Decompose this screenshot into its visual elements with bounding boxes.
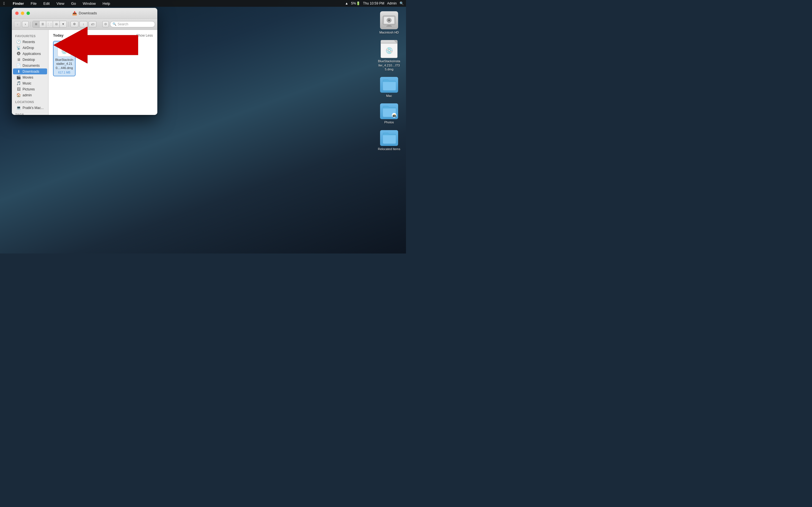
search-icon: 🔍 <box>112 22 116 26</box>
edit-menu[interactable]: Edit <box>42 1 51 6</box>
gallery-view-button[interactable]: ⊟ <box>53 21 60 27</box>
applications-label: Applications <box>22 52 41 56</box>
sidebar-item-applications[interactable]: 🅐 Applications <box>13 51 47 57</box>
sidebar-item-movies[interactable]: 🎬 Movies <box>13 74 47 80</box>
dmg-file-icon-inner: 💿 <box>58 43 71 56</box>
desktop-label: Desktop <box>22 58 35 62</box>
toolbar-separator-1 <box>31 22 31 27</box>
applications-icon: 🅐 <box>16 52 21 56</box>
sidebar-item-pratiks-mac[interactable]: 💻 Pratik's Mac... <box>13 105 47 111</box>
wifi-icon: ▲ <box>345 1 348 5</box>
column-view-button[interactable]: ⋮⋮ <box>46 21 53 27</box>
music-label: Music <box>22 81 31 86</box>
file-menu[interactable]: File <box>30 1 38 6</box>
photos-folder-label: Photos <box>384 120 394 124</box>
menubar-right: ▲ 5%🔋 Thu 10:59 PM Admin 🔍 <box>345 1 404 5</box>
pictures-icon: 🖼 <box>16 87 21 91</box>
apple-menu[interactable]:  <box>2 1 6 6</box>
user-avatar: Admin <box>387 1 397 5</box>
today-section-header: Today Show Less <box>53 33 153 38</box>
titlebar: 📥 Downloads <box>12 8 157 18</box>
admin-icon: 🏠 <box>16 93 21 97</box>
computer-icon: 💻 <box>16 106 21 110</box>
pictures-label: Pictures <box>22 87 35 91</box>
help-menu[interactable]: Help <box>101 1 111 6</box>
back-button[interactable]: ‹ <box>14 21 21 27</box>
dmg-icon: 💿 <box>380 40 398 58</box>
movies-label: Movies <box>22 75 33 79</box>
favourites-header: Favourites <box>12 32 48 39</box>
sidebar-item-pictures[interactable]: 🖼 Pictures <box>13 86 47 92</box>
recents-label: Recents <box>22 40 35 44</box>
bluestacks-file-icon: 💿 <box>57 43 71 57</box>
macintosh-hd-icon <box>380 11 398 29</box>
title-folder-icon: 📥 <box>72 11 77 15</box>
battery-icon: 5%🔋 <box>351 1 360 5</box>
svg-rect-4 <box>388 25 391 26</box>
sidebar-item-recents[interactable]: 🕐 Recents <box>13 39 47 45</box>
window-menu[interactable]: Window <box>82 1 97 6</box>
file-icon-top <box>58 43 71 46</box>
app-name-menu[interactable]: Finder <box>11 1 25 6</box>
movies-icon: 🎬 <box>16 75 21 79</box>
files-grid: 💿 BlueStacksInstaller_4.210....446.dmg 6… <box>53 41 153 76</box>
menubar-left:  Finder File Edit View Go Window Help <box>2 1 111 6</box>
close-button[interactable] <box>15 11 18 15</box>
downloads-label: Downloads <box>22 69 39 73</box>
desktop-icon-sidebar: 🖥 <box>16 57 21 62</box>
view-group: ⊞ ☰ ⋮⋮ ⊟ ▼ <box>33 21 67 27</box>
mac-folder-icon <box>380 77 398 93</box>
action-button[interactable]: ⚙ <box>70 21 79 27</box>
desktop-icon-relocated[interactable]: Relocated Items <box>378 130 400 151</box>
search-box[interactable]: 🔍 Search <box>110 21 155 27</box>
admin-label: admin <box>22 93 32 97</box>
maximize-button[interactable] <box>27 11 30 15</box>
icon-view-button[interactable]: ⊞ <box>33 21 40 27</box>
share-button[interactable]: ↑ <box>80 21 87 27</box>
desktop-icon-mac-folder[interactable]: Mac <box>378 77 400 98</box>
svg-rect-5 <box>386 26 392 26</box>
locations-header: Locations <box>12 98 48 105</box>
desktop-icon-photos[interactable]: 📸 Photos <box>378 103 400 124</box>
go-menu[interactable]: Go <box>70 1 77 6</box>
show-less-button[interactable]: Show Less <box>136 34 153 38</box>
path-button[interactable]: ⊙ <box>102 21 109 27</box>
clock: Thu 10:59 PM <box>363 1 384 5</box>
sidebar-item-music[interactable]: 🎵 Music <box>13 80 47 86</box>
window-title: Downloads <box>79 11 97 15</box>
sidebar-item-documents[interactable]: 📄 Documents <box>13 62 47 68</box>
relocated-folder-icon <box>380 130 398 146</box>
recents-icon: 🕐 <box>16 40 21 44</box>
view-menu[interactable]: View <box>55 1 65 6</box>
toolbar: ‹ › ⊞ ☰ ⋮⋮ ⊟ ▼ ⚙ ↑ 🏷 ⊙ 🔍 Search <box>12 18 157 30</box>
dmg-desktop-label: BlueStacksInstaller_4.210....f735.dmg <box>378 59 400 71</box>
documents-label: Documents <box>22 64 40 68</box>
spotlight-icon[interactable]: 🔍 <box>400 1 404 5</box>
file-name-label: BlueStacksInstaller_4.210....446.dmg <box>55 58 74 70</box>
airdrop-icon: 📡 <box>16 46 21 50</box>
forward-button[interactable]: › <box>22 21 29 27</box>
main-content: Today Show Less 💿 BlueStacksInstaller_4.… <box>49 30 157 115</box>
finder-window: 📥 Downloads ‹ › ⊞ ☰ ⋮⋮ ⊟ ▼ ⚙ ↑ 🏷 ⊙ 🔍 Sea… <box>12 8 157 115</box>
file-item-bluestacks[interactable]: 💿 BlueStacksInstaller_4.210....446.dmg 6… <box>53 41 75 76</box>
sidebar-item-downloads[interactable]: ⬇ Downloads <box>13 68 47 74</box>
sidebar-item-airdrop[interactable]: 📡 AirDrop <box>13 45 47 51</box>
file-icon-body: 💿 <box>58 46 71 56</box>
today-title: Today <box>53 33 63 38</box>
relocated-folder-label: Relocated Items <box>378 147 400 151</box>
window-title-area: 📥 Downloads <box>72 11 97 15</box>
list-view-button[interactable]: ☰ <box>40 21 46 27</box>
view-options-button[interactable]: ▼ <box>60 21 66 27</box>
sidebar-item-desktop[interactable]: 🖥 Desktop <box>13 57 47 62</box>
mac-folder-label: Mac <box>386 94 392 98</box>
menubar:  Finder File Edit View Go Window Help ▲… <box>0 0 406 7</box>
desktop-icon-dmg[interactable]: 💿 BlueStacksInstaller_4.210....f735.dmg <box>378 40 400 71</box>
tag-button[interactable]: 🏷 <box>89 21 96 27</box>
desktop-icon-macintosh-hd[interactable]: Macintosh HD <box>378 11 400 34</box>
toolbar-separator-2 <box>68 22 69 27</box>
photos-folder-icon: 📸 <box>380 103 398 119</box>
desktop-icons-area: Macintosh HD 💿 BlueStacksInstaller_4.210… <box>378 11 400 151</box>
sidebar-item-admin[interactable]: 🏠 admin <box>13 92 47 98</box>
minimize-button[interactable] <box>21 11 24 15</box>
svg-point-3 <box>388 19 390 21</box>
